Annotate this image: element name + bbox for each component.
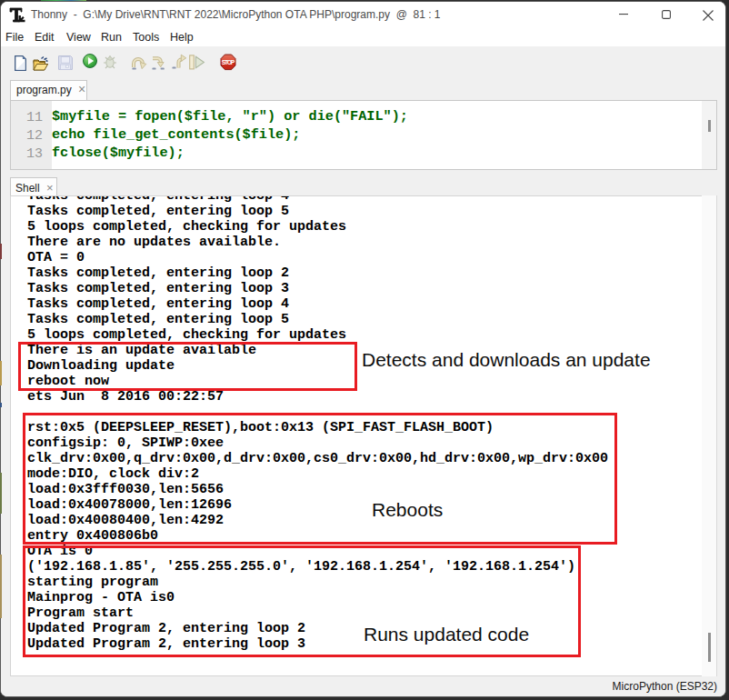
svg-text:STOP: STOP	[222, 59, 235, 65]
